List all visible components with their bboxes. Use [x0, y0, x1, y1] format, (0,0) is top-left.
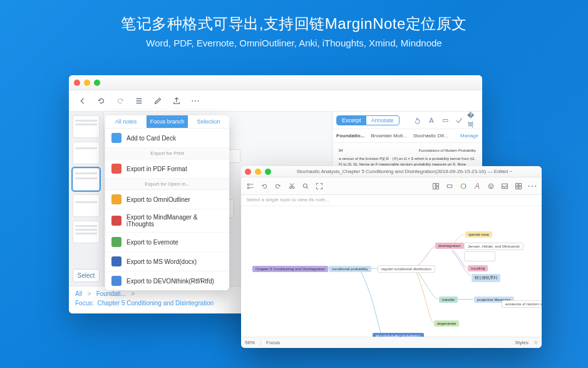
zoom-icon[interactable] [94, 80, 100, 86]
svg-rect-15 [519, 186, 522, 189]
thumbnail-sidebar: Select [69, 112, 104, 286]
thumbnail[interactable] [73, 194, 100, 217]
star-icon[interactable]: ☆ [534, 340, 538, 345]
outline-icon[interactable] [245, 181, 256, 192]
doc-tab[interactable]: Foundatio... [336, 133, 364, 139]
shape-icon[interactable]: ▭ [440, 115, 451, 126]
select-button[interactable]: Select [73, 269, 100, 282]
svg-rect-14 [516, 186, 518, 189]
annotate-tab[interactable]: Annotate [366, 116, 399, 125]
svg-point-7 [461, 184, 466, 189]
mind-node[interactable]: disintegration [435, 243, 464, 249]
omnioutliner-icon [111, 194, 121, 204]
list-button[interactable] [130, 94, 148, 108]
devonthink-icon [111, 276, 121, 286]
export-pdf-item[interactable]: Export in PDF Format [105, 159, 229, 179]
image-icon[interactable] [499, 181, 510, 192]
mind-node[interactable]: 独立的处处最广的条件独立 [373, 333, 424, 337]
dd-tab-all[interactable]: All notes [105, 115, 147, 128]
thumbnail[interactable] [73, 142, 100, 164]
more-button[interactable]: ⋯ [187, 94, 204, 108]
export-mindmanager-item[interactable]: Export to MindManager & iThoughts [105, 209, 229, 233]
mind-node[interactable]: coupling [468, 265, 488, 271]
text-icon[interactable]: A [426, 115, 437, 126]
minimize-icon[interactable] [255, 169, 261, 175]
styles-button[interactable]: Styles [515, 340, 529, 345]
undo-icon[interactable] [259, 181, 270, 192]
doc-tab[interactable]: Stochastic Dif... [413, 133, 448, 139]
section-label: Export for Open in... [105, 179, 229, 190]
note-box[interactable] [464, 251, 495, 261]
svg-point-10 [492, 185, 492, 186]
pdf-icon [111, 164, 121, 174]
back-button[interactable] [74, 94, 91, 108]
toolbar: A ⋯ [241, 177, 542, 195]
export-word-item[interactable]: Export to MS Word(docx) [105, 252, 229, 271]
close-icon[interactable] [245, 169, 251, 175]
cut-icon[interactable] [286, 181, 297, 192]
color-icon[interactable] [458, 181, 469, 192]
svg-point-2 [303, 184, 307, 187]
undo-button[interactable] [93, 94, 110, 108]
zoom-icon[interactable] [265, 169, 271, 175]
document-tabs: Foundatio... Brownian Moti... Stochastic… [333, 129, 482, 143]
doc-tab[interactable]: Brownian Moti... [371, 133, 406, 139]
svg-rect-5 [436, 186, 439, 189]
topic-search[interactable]: Select a single topic to view its note..… [241, 195, 542, 206]
deck-icon [111, 133, 121, 143]
mind-node[interactable]: Jensen, Hölder, and Minkowski [464, 243, 524, 250]
add-to-deck-item[interactable]: Add to Card Deck [105, 129, 229, 148]
export-devonthink-item[interactable]: Export to DEVONthink(Rtf/Rtfd) [105, 271, 229, 290]
root-node[interactable]: Chapter 5 Conditioning and Disintegratio… [252, 266, 328, 272]
zoom-level[interactable]: 56% [245, 340, 255, 345]
window-title: Stochastic Analysis_Chapter 5 Conditioni… [271, 169, 538, 174]
more-icon[interactable]: ⋯ [527, 181, 538, 192]
focus-button[interactable]: Focus [266, 340, 280, 345]
evernote-icon [111, 237, 121, 247]
svg-rect-13 [519, 183, 522, 186]
mind-node[interactable]: conditional probability [329, 266, 371, 272]
section-label: Export for Print [105, 148, 229, 159]
crop-icon[interactable] [453, 115, 465, 126]
mind-node[interactable]: regular conditional distribution [378, 265, 435, 273]
export-dropdown: All notes Focus branch Selection Add to … [105, 115, 229, 290]
thumbnail[interactable] [73, 221, 100, 243]
mind-node[interactable]: transfer [439, 297, 458, 303]
manage-button[interactable]: Manage [460, 133, 478, 139]
expand-icon[interactable] [314, 181, 325, 192]
close-icon[interactable] [74, 80, 80, 86]
zoom-icon[interactable] [300, 181, 311, 192]
svg-rect-6 [447, 184, 452, 187]
redo-icon[interactable] [272, 181, 284, 192]
mind-node[interactable]: degenerate [434, 320, 459, 327]
export-omni-item[interactable]: Export to OmniOutliner [105, 190, 229, 209]
excerpt-tab[interactable]: Excerpt [337, 116, 366, 125]
mind-node[interactable]: existence of random sequences [502, 300, 542, 308]
node-icon[interactable] [444, 181, 455, 192]
font-icon[interactable]: A [472, 181, 483, 192]
svg-rect-4 [436, 183, 439, 186]
hand-icon[interactable] [412, 115, 423, 126]
export-evernote-item[interactable]: Export to Evernote [105, 233, 229, 252]
minimize-icon[interactable] [84, 80, 90, 86]
mind-node[interactable]: special case [465, 231, 492, 238]
thumbnail[interactable] [73, 168, 100, 191]
mind-node[interactable]: 独立随机序列 [472, 274, 500, 282]
titlebar: Stochastic Analysis_Chapter 5 Conditioni… [241, 166, 542, 177]
emoji-icon[interactable] [485, 181, 497, 192]
mindmap-canvas[interactable]: Chapter 5 Conditioning and Disintegratio… [241, 206, 542, 337]
link-icon[interactable]: �북 [467, 115, 478, 126]
mode-segment[interactable]: Excerpt Annotate [336, 115, 400, 125]
edit-button[interactable] [149, 94, 167, 108]
thumbnail[interactable] [73, 115, 100, 138]
layout-icon[interactable] [430, 181, 441, 192]
titlebar [69, 75, 482, 90]
redo-button[interactable] [111, 94, 129, 108]
mindmanager-icon [111, 216, 121, 226]
dd-tab-selection[interactable]: Selection [188, 115, 229, 128]
hero-banner: 笔记多种格式可导出,支持回链MarginNote定位原文 Word, PDF, … [0, 0, 588, 48]
share-button[interactable] [168, 94, 185, 108]
hero-title: 笔记多种格式可导出,支持回链MarginNote定位原文 [0, 14, 588, 34]
dd-tab-focus[interactable]: Focus branch [147, 115, 188, 128]
grid-icon[interactable] [513, 181, 524, 192]
